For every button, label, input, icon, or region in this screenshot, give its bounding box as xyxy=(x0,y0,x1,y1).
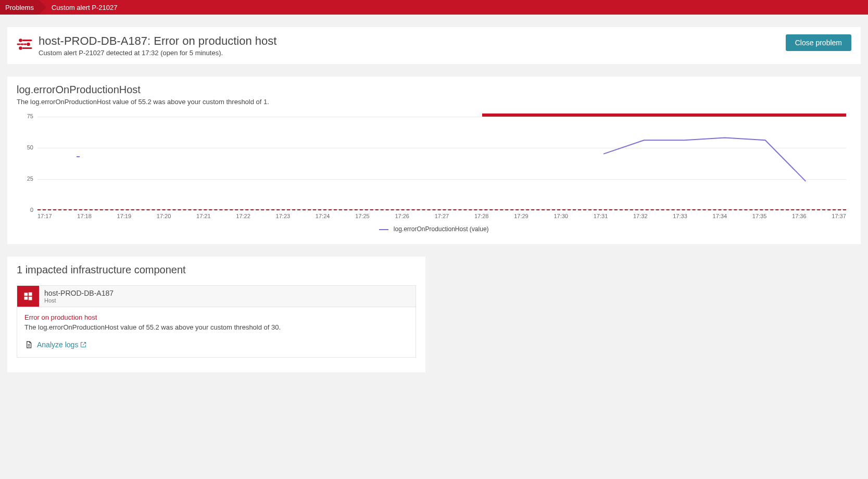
x-tick: 17:20 xyxy=(157,213,171,219)
legend-label: log.errorOnProductionHost (value) xyxy=(394,225,489,233)
x-tick: 17:25 xyxy=(355,213,370,219)
page-subtitle: Custom alert P-21027 detected at 17:32 (… xyxy=(39,49,276,57)
log-file-icon xyxy=(24,341,33,349)
x-tick: 17:33 xyxy=(673,213,687,219)
breadcrumb-root[interactable]: Problems xyxy=(0,0,39,15)
x-tick: 17:17 xyxy=(37,213,52,219)
x-axis: 17:1717:1817:1917:2017:2117:2217:2317:24… xyxy=(37,213,846,219)
chart-area: 0255075 17:1717:1817:1917:2017:2117:2217… xyxy=(37,116,846,219)
y-tick: 50 xyxy=(27,144,33,150)
chart-description: The log.errorOnProductionHost value of 5… xyxy=(17,98,851,106)
x-tick: 17:37 xyxy=(832,213,846,219)
y-tick: 75 xyxy=(27,113,33,119)
x-tick: 17:19 xyxy=(117,213,132,219)
impacted-host-card[interactable]: host-PROD-DB-A187 Host Error on producti… xyxy=(17,285,416,358)
host-error-desc: The log.errorOnProductionHost value of 5… xyxy=(24,323,408,331)
svg-rect-7 xyxy=(29,293,32,296)
windows-host-icon xyxy=(17,286,39,307)
x-tick: 17:35 xyxy=(752,213,767,219)
y-tick: 0 xyxy=(30,207,33,213)
page-title: host-PROD-DB-A187: Error on production h… xyxy=(39,34,276,48)
host-name: host-PROD-DB-A187 xyxy=(44,289,114,297)
x-tick: 17:28 xyxy=(474,213,489,219)
analyze-logs-label: Analyze logs xyxy=(37,341,78,349)
x-tick: 17:36 xyxy=(792,213,807,219)
chart-plot xyxy=(37,116,846,210)
impacted-title: 1 impacted infrastructure component xyxy=(17,264,416,276)
x-tick: 17:22 xyxy=(236,213,250,219)
breadcrumb-current: Custom alert P-21027 xyxy=(39,0,124,15)
x-tick: 17:34 xyxy=(713,213,727,219)
svg-point-2 xyxy=(27,43,30,46)
x-tick: 17:27 xyxy=(435,213,449,219)
x-tick: 17:23 xyxy=(276,213,291,219)
problem-header-card: host-PROD-DB-A187: Error on production h… xyxy=(7,27,861,64)
impacted-components-card: 1 impacted infrastructure component host… xyxy=(7,257,425,372)
analyze-logs-link[interactable]: Analyze logs xyxy=(37,341,86,349)
x-tick: 17:30 xyxy=(553,213,568,219)
y-axis: 0255075 xyxy=(15,116,35,207)
series-svg xyxy=(37,117,846,210)
x-tick: 17:21 xyxy=(196,213,211,219)
external-link-icon xyxy=(80,342,86,348)
breadcrumb: Problems Custom alert P-21027 xyxy=(0,0,868,15)
alert-sliders-icon xyxy=(17,36,32,52)
x-tick: 17:29 xyxy=(514,213,529,219)
x-tick: 17:24 xyxy=(316,213,330,219)
svg-rect-6 xyxy=(24,293,28,296)
y-tick: 25 xyxy=(27,175,33,182)
x-tick: 17:32 xyxy=(633,213,648,219)
svg-rect-9 xyxy=(29,297,32,300)
metric-chart-card: log.errorOnProductionHost The log.errorO… xyxy=(7,77,861,244)
x-tick: 17:26 xyxy=(395,213,409,219)
svg-point-0 xyxy=(19,39,22,42)
host-header: host-PROD-DB-A187 Host xyxy=(17,286,416,307)
legend-swatch-icon xyxy=(379,229,388,230)
chart-legend: log.errorOnProductionHost (value) xyxy=(17,225,851,233)
svg-rect-8 xyxy=(24,297,28,300)
x-tick: 17:18 xyxy=(77,213,92,219)
close-problem-button[interactable]: Close problem xyxy=(786,34,851,51)
svg-point-4 xyxy=(19,46,22,50)
host-error-title: Error on production host xyxy=(24,313,408,321)
chart-title: log.errorOnProductionHost xyxy=(17,84,851,96)
host-type: Host xyxy=(44,297,114,304)
x-tick: 17:31 xyxy=(594,213,608,219)
